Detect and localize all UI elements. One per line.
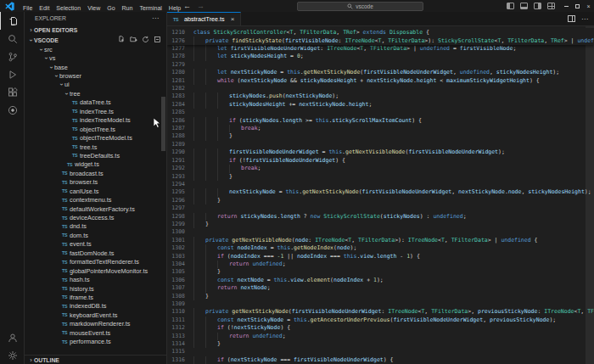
code-line-1276[interactable]: 1276private findStickyState(firstVisible… xyxy=(167,36,594,45)
back-icon[interactable]: ← xyxy=(183,2,191,10)
code-line-1308[interactable]: 1308} xyxy=(167,293,594,300)
code-line-1285[interactable]: 1285 xyxy=(167,109,594,116)
tree-item-iframe-ts[interactable]: TSiframe.ts xyxy=(25,293,166,301)
menu-item-help[interactable]: Help xyxy=(165,5,184,11)
tree-item-indexTreeModel-ts[interactable]: TSindexTreeModel.ts xyxy=(25,116,166,125)
close-icon[interactable]: × xyxy=(583,0,594,12)
code-line-1304[interactable]: 1304return undefined; xyxy=(167,260,594,268)
menu-item-file[interactable]: File xyxy=(20,5,36,11)
tree-item-performance-ts[interactable]: TSperformance.ts xyxy=(25,337,166,345)
activity-account-icon[interactable] xyxy=(0,328,24,346)
code-line-1315[interactable]: 1315 xyxy=(167,348,594,356)
code-line-1300[interactable]: 1300 xyxy=(167,228,594,236)
tree-item-markdownRenderer-ts[interactable]: TSmarkdownRenderer.ts xyxy=(25,320,166,328)
tree-item-event-ts[interactable]: TSevent.ts xyxy=(25,240,166,249)
maximize-icon[interactable] xyxy=(572,0,583,12)
outline-section[interactable]: › OUTLINE xyxy=(25,355,166,364)
open-editors-section[interactable]: › OPEN EDITORS xyxy=(25,25,166,35)
command-center-search[interactable]: vscode xyxy=(297,2,423,11)
code-editor[interactable]: 1210class StickyScrollController<T, TFil… xyxy=(167,26,594,364)
activity-settings-gear-icon[interactable] xyxy=(0,346,24,364)
tree-item-browser[interactable]: ›browser xyxy=(25,71,166,80)
code-line-1289[interactable]: 1289 xyxy=(167,141,594,148)
code-line-1299[interactable]: 1299} xyxy=(167,221,594,228)
code-line-1286[interactable]: 1286if (stickyNodes.length >= this.stick… xyxy=(167,117,594,125)
toggle-sidebar-icon[interactable] xyxy=(507,3,514,9)
code-line-1316[interactable]: 1316if (nextStickyNode === firstVisibleN… xyxy=(167,356,594,364)
code-line-1282[interactable]: 1282 xyxy=(167,85,594,92)
code-line-1306[interactable]: 1306const nextNode = this.view.element(n… xyxy=(167,277,594,284)
editor-scrollbar[interactable] xyxy=(586,26,594,364)
tree-item-mouseEvent-ts[interactable]: TSmouseEvent.ts xyxy=(25,328,166,337)
activity-search-icon[interactable] xyxy=(0,30,24,48)
toggle-secondary-sidebar-icon[interactable] xyxy=(534,3,541,9)
code-line-1290[interactable]: 1290firstVisibleNodeUnderWidget = this.g… xyxy=(167,148,594,156)
tree-item-indexTree-ts[interactable]: TSindexTree.ts xyxy=(25,107,166,115)
tree-item-broadcast-ts[interactable]: TSbroadcast.ts xyxy=(25,169,166,177)
activity-extensions-icon[interactable] xyxy=(0,83,24,101)
menu-item-view[interactable]: View xyxy=(84,5,104,11)
activity-chat-icon[interactable] xyxy=(0,101,24,119)
forward-icon[interactable]: → xyxy=(197,2,205,10)
tree-item-dom-ts[interactable]: TSdom.ts xyxy=(25,231,166,239)
tree-item-defaultWorkerFactory-ts[interactable]: TSdefaultWorkerFactory.ts xyxy=(25,204,166,213)
tree-item-fastDomNode-ts[interactable]: TSfastDomNode.ts xyxy=(25,249,166,257)
code-line-1291[interactable]: 1291if (!firstVisibleNodeUnderWidget) { xyxy=(167,157,594,165)
code-line-1297[interactable]: 1297 xyxy=(167,204,594,212)
tree-item-hash-ts[interactable]: TShash.ts xyxy=(25,275,166,283)
tree-item-objectTree-ts[interactable]: TSobjectTree.ts xyxy=(25,125,166,133)
refresh-icon[interactable] xyxy=(142,36,149,44)
activity-explorer-icon[interactable] xyxy=(0,12,24,30)
tree-item-tree[interactable]: ›tree xyxy=(25,89,166,98)
split-editor-icon[interactable] xyxy=(568,15,575,22)
minimize-icon[interactable] xyxy=(561,0,572,12)
code-line-1307[interactable]: 1307return nextNode; xyxy=(167,284,594,292)
tree-item-dataTree-ts[interactable]: TSdataTree.ts xyxy=(25,98,166,107)
code-line-1293[interactable]: 1293} xyxy=(167,173,594,181)
menu-item-edit[interactable]: Edit xyxy=(36,5,53,11)
tree-item-dnd-ts[interactable]: TSdnd.ts xyxy=(25,222,166,231)
tree-item-objectTreeModel-ts[interactable]: TSobjectTreeModel.ts xyxy=(25,133,166,142)
code-line-1281[interactable]: 1281while (nextStickyNode && stickyNodes… xyxy=(167,77,594,85)
workspace-section[interactable]: › VSCODE xyxy=(25,35,166,45)
collapse-all-icon[interactable] xyxy=(154,36,161,44)
tree-item-tree-ts[interactable]: TStree.ts xyxy=(25,143,166,151)
code-line-1296[interactable]: 1296} xyxy=(167,197,594,204)
code-line-1278[interactable]: 1278let stickyNodesHeight = 0; xyxy=(167,53,594,60)
code-line-1284[interactable]: 1284stickyNodesHeight += nextStickyNode.… xyxy=(167,101,594,109)
tree-item-browser-ts[interactable]: TSbrowser.ts xyxy=(25,178,166,187)
code-line-1280[interactable]: 1280let nextStickyNode = this.getNextSti… xyxy=(167,69,594,76)
tree-item-keyboardEvent-ts[interactable]: TSkeyboardEvent.ts xyxy=(25,311,166,319)
tree-item-ui[interactable]: ›ui xyxy=(25,81,166,89)
activity-run-debug-icon[interactable] xyxy=(0,65,24,83)
more-actions-icon[interactable]: ⋯ xyxy=(152,14,160,22)
code-line-1313[interactable]: 1313return undefined; xyxy=(167,333,594,340)
code-line-1294[interactable]: 1294 xyxy=(167,181,594,188)
activity-source-control-icon[interactable] xyxy=(0,48,24,65)
code-line-1277[interactable]: 1277let firstVisibleNodeUnderWidget: ITr… xyxy=(167,45,594,53)
tab-abstracttree[interactable]: TS abstractTree.ts × xyxy=(167,12,241,25)
code-line-1314[interactable]: 1314} xyxy=(167,340,594,348)
new-file-icon[interactable] xyxy=(118,36,126,44)
menu-item-run[interactable]: Run xyxy=(119,5,137,11)
menu-item-terminal[interactable]: Terminal xyxy=(136,5,165,11)
tree-item-indexedDB-ts[interactable]: TSindexedDB.ts xyxy=(25,302,166,311)
tree-item-history-ts[interactable]: TShistory.ts xyxy=(25,284,166,293)
customize-layout-icon[interactable] xyxy=(547,3,555,9)
tree-item-src[interactable]: ›src xyxy=(25,45,166,53)
tree-item-deviceAccess-ts[interactable]: TSdeviceAccess.ts xyxy=(25,213,166,221)
code-line-1295[interactable]: 1295nextStickyNode = this.getNextStickyN… xyxy=(167,188,594,196)
new-folder-icon[interactable] xyxy=(130,36,137,44)
code-line-1292[interactable]: 1292break; xyxy=(167,165,594,172)
tree-item-treeDefaults-ts[interactable]: TStreeDefaults.ts xyxy=(25,151,166,160)
tree-item-base[interactable]: ›base xyxy=(25,63,166,71)
code-line-1305[interactable]: 1305} xyxy=(167,268,594,276)
code-line-1287[interactable]: 1287break; xyxy=(167,125,594,132)
toggle-panel-icon[interactable] xyxy=(520,3,528,9)
code-line-1279[interactable]: 1279 xyxy=(167,61,594,69)
code-line-1302[interactable]: 1302const nodeIndex = this.getNodeIndex(… xyxy=(167,244,594,252)
menu-item-go[interactable]: Go xyxy=(104,5,118,11)
code-line-1309[interactable]: 1309 xyxy=(167,300,594,308)
tree-item-vs[interactable]: ›vs xyxy=(25,53,166,62)
tab-close-icon[interactable]: × xyxy=(231,15,235,23)
